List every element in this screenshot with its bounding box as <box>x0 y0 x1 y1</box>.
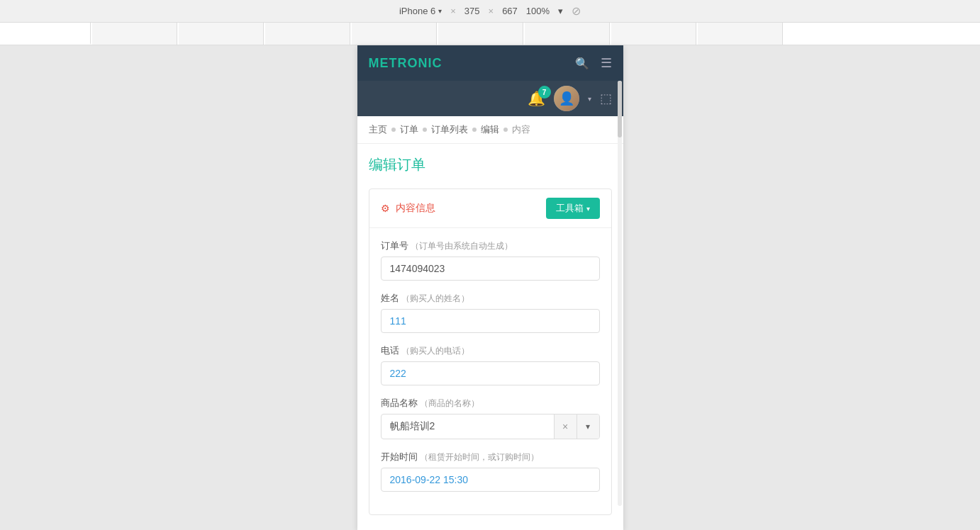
scroll-thumb <box>618 81 622 137</box>
product-dropdown-icon[interactable]: ▾ <box>577 415 599 439</box>
form-group-order-no: 订单号 （订单号由系统自动生成） <box>381 239 600 281</box>
toolbar-button[interactable]: 工具箱 ▾ <box>546 198 600 219</box>
no-media-icon: ⊘ <box>572 4 581 18</box>
breadcrumb-sep-4 <box>503 128 508 132</box>
nav-tab-2[interactable] <box>92 23 177 45</box>
notification-count: 7 <box>538 86 551 98</box>
breadcrumb-orders[interactable]: 订单 <box>400 123 418 136</box>
nav-tab-7[interactable] <box>525 23 610 45</box>
start-time-label: 开始时间 （租赁开始时间，或订购时间） <box>381 451 600 463</box>
phone-input[interactable] <box>381 361 600 385</box>
app-logo: METRONIC <box>369 56 442 71</box>
name-input[interactable] <box>381 309 600 333</box>
form-group-product: 商品名称 （商品的名称） 帆船培训2 × ▾ <box>381 397 600 439</box>
card-title: ⚙ 内容信息 <box>381 202 435 215</box>
start-time-input[interactable] <box>381 468 600 492</box>
viewport-width: 375 <box>464 6 480 16</box>
card-body: 订单号 （订单号由系统自动生成） 姓名 （购买人的姓名） 电 <box>369 228 611 514</box>
form-group-phone: 电话 （购买人的电话） <box>381 344 600 385</box>
gear-icon: ⚙ <box>381 203 390 214</box>
toolbar-dropdown-icon: ▾ <box>586 205 590 213</box>
breadcrumb: 主页 订单 订单列表 编辑 内容 <box>357 116 623 144</box>
search-icon[interactable]: 🔍 <box>575 57 589 70</box>
user-bar: 🔔 7 👤 ▾ ⬚ <box>357 81 623 116</box>
breadcrumb-content: 内容 <box>512 123 530 136</box>
zoom-chevron-icon: ▾ <box>558 6 563 16</box>
app-header: METRONIC 🔍 ☰ <box>357 45 623 81</box>
logout-icon[interactable]: ⬚ <box>600 91 612 106</box>
zoom-level: 100% <box>526 6 550 16</box>
browser-toolbar: iPhone 6 ▾ × 375 × 667 100% ▾ ⊘ <box>0 0 980 23</box>
logo-text-accent: NIC <box>418 56 442 70</box>
product-clear-icon[interactable]: × <box>554 415 577 439</box>
logo-text-main: METRO <box>369 56 418 70</box>
user-avatar[interactable]: 👤 <box>554 86 579 111</box>
scrollbar[interactable] <box>618 81 622 506</box>
device-selector[interactable]: iPhone 6 ▾ <box>399 6 442 16</box>
page-title: 编辑订单 <box>369 155 612 174</box>
avatar-face: 👤 <box>554 86 579 111</box>
product-select-value[interactable]: 帆船培训2 <box>382 415 554 439</box>
nav-tab-4[interactable] <box>265 23 350 45</box>
order-no-label: 订单号 （订单号由系统自动生成） <box>381 239 600 252</box>
device-chevron-icon: ▾ <box>438 7 442 15</box>
toolbar-button-label: 工具箱 <box>556 202 584 215</box>
product-label: 商品名称 （商品的名称） <box>381 397 600 410</box>
nav-tab-6[interactable] <box>438 23 523 45</box>
mobile-frame: METRONIC 🔍 ☰ 🔔 7 👤 ▾ ⬚ 主页 订单 订单列 <box>357 45 623 530</box>
separator-2: × <box>489 6 494 16</box>
notification-badge[interactable]: 🔔 7 <box>528 90 545 107</box>
nav-tab-8[interactable] <box>611 23 696 45</box>
device-name: iPhone 6 <box>399 6 435 16</box>
nav-tab-5[interactable] <box>352 23 437 45</box>
nav-tabs-bar <box>0 23 980 45</box>
viewport-height: 667 <box>502 6 518 16</box>
content-card: ⚙ 内容信息 工具箱 ▾ 订单号 （订单号由系统自动生成） <box>369 188 612 515</box>
nav-tab-3[interactable] <box>179 23 264 45</box>
name-label: 姓名 （购买人的姓名） <box>381 292 600 305</box>
form-group-start-time: 开始时间 （租赁开始时间，或订购时间） <box>381 451 600 492</box>
order-no-input[interactable] <box>381 256 600 281</box>
breadcrumb-sep-2 <box>423 128 427 132</box>
page-title-bar: 编辑订单 <box>357 144 623 180</box>
card-title-text: 内容信息 <box>396 202 435 215</box>
user-dropdown-icon[interactable]: ▾ <box>588 95 591 103</box>
breadcrumb-order-list[interactable]: 订单列表 <box>431 123 468 136</box>
main-area: METRONIC 🔍 ☰ 🔔 7 👤 ▾ ⬚ 主页 订单 订单列 <box>0 45 980 530</box>
hamburger-icon[interactable]: ☰ <box>601 55 612 71</box>
nav-tab-1[interactable] <box>6 23 91 45</box>
product-select-wrapper: 帆船培训2 × ▾ <box>381 414 600 439</box>
breadcrumb-sep-3 <box>472 128 477 132</box>
card-header: ⚙ 内容信息 工具箱 ▾ <box>369 189 611 228</box>
form-group-name: 姓名 （购买人的姓名） <box>381 292 600 333</box>
nav-tab-9[interactable] <box>698 23 783 45</box>
header-icons: 🔍 ☰ <box>575 55 612 71</box>
phone-label: 电话 （购买人的电话） <box>381 344 600 357</box>
breadcrumb-sep-1 <box>391 128 396 132</box>
separator-1: × <box>450 6 456 16</box>
breadcrumb-home[interactable]: 主页 <box>369 123 387 136</box>
breadcrumb-edit[interactable]: 编辑 <box>481 123 499 136</box>
